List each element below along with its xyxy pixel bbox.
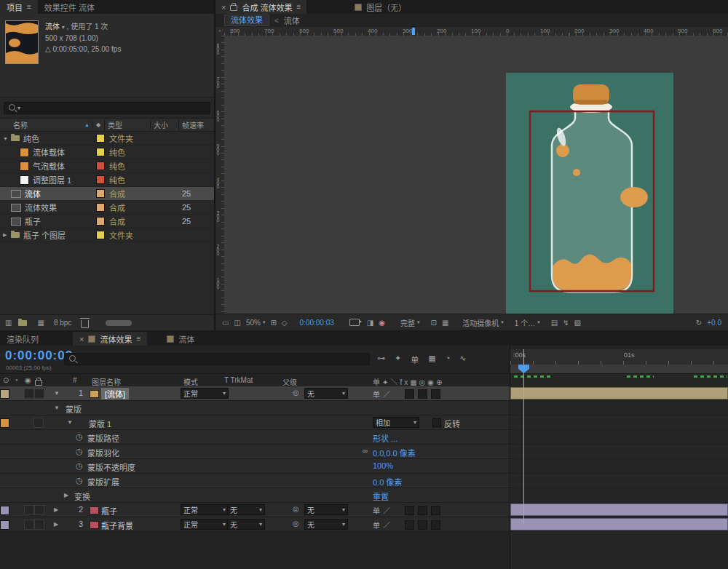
pickwhip-icon[interactable]: ◎ [293,389,299,397]
transform-group-row[interactable]: ▶ 变换 重置 [0,488,510,503]
timeline-track-area[interactable]: :00s 01s [510,346,728,569]
trash-icon[interactable] [81,320,89,328]
layer-row-1[interactable]: ⊙ ▼ 1 [流体] 正常 ▾ ◎ [流体] 无 ▾ 单／ [0,386,510,401]
track-row[interactable] [510,430,728,445]
project-search[interactable]: ▾ [4,102,210,114]
mask-color-chip[interactable] [0,418,9,428]
label-chip[interactable] [0,506,9,515]
layer-switch-cells[interactable] [405,389,440,399]
switch-cell[interactable] [24,520,34,530]
parent-select[interactable]: [流体] 无 ▾ [304,388,348,399]
column-trkmat[interactable]: T TrkMat [224,376,253,384]
grid-options-icon[interactable]: ⊞ [270,319,276,327]
masks-group-row[interactable]: ▼ 蒙版 [0,401,510,415]
mask-opacity-value[interactable]: 100% [373,461,393,470]
track-row[interactable] [510,401,728,415]
timeline-search[interactable] [64,353,370,365]
label-swatch[interactable] [95,217,106,226]
expander-icon[interactable]: ▶ [3,232,11,238]
label-swatch[interactable] [95,162,106,170]
current-time-display[interactable]: 0:00:00:03 [5,349,73,363]
stopwatch-icon[interactable]: ◷ [76,432,83,442]
project-row-comp[interactable]: 瓶子 合成 25 [0,215,214,228]
draft-3d-icon[interactable]: ✦ [395,354,401,365]
track-row[interactable] [510,503,728,517]
track-row[interactable] [510,517,728,532]
column-type[interactable]: 类型 [104,119,150,130]
project-row-solid[interactable]: 流体载体 纯色 [0,146,214,159]
layer-switch-cells[interactable] [405,520,440,530]
switch-cell[interactable] [34,389,44,399]
project-bit-depth[interactable]: 8 bpc [51,318,74,327]
label-chip[interactable] [0,389,9,399]
stopwatch-icon[interactable]: ◷ [76,447,83,456]
close-icon[interactable]: × [221,3,226,12]
always-preview-icon[interactable]: ▭ [222,319,229,327]
view-layout-select[interactable]: 1 个… ▾ [515,317,540,328]
expander-icon[interactable]: ▶ [54,506,58,513]
zoom-select[interactable]: 50% ▾ [246,319,266,327]
tab-timeline-active[interactable]: × 流体效果 ≡ [73,332,147,346]
pixel-aspect-icon[interactable]: ▤ [551,319,558,327]
column-name[interactable]: 名称 ▲ [0,119,92,130]
expander-icon[interactable]: ▶ [64,492,68,498]
footage-thumbnail[interactable] [5,20,39,64]
track-row[interactable] [510,386,728,401]
panel-menu-icon[interactable]: ≡ [297,3,301,11]
frame-blend-icon[interactable]: ▦ [428,354,435,365]
label-swatch[interactable] [95,148,106,156]
timeline-search-input[interactable] [78,354,369,365]
mask-expansion-value[interactable]: 0.0 像素 [373,476,402,488]
label-swatch[interactable] [95,231,106,239]
label-swatch[interactable] [95,189,106,198]
mask-feather-row[interactable]: ◷ 蒙版羽化 ∞ 0.0,0.0 像素 [0,445,510,459]
channels-icon[interactable]: ◉ [379,319,385,327]
column-rate[interactable]: 帧速率 [178,119,214,130]
mask-path-row[interactable]: ◷ 蒙版路径 形状 ... [0,430,510,445]
snapshot-camera-icon[interactable] [349,319,360,326]
mask-row[interactable]: ▼ 蒙版 1 相加 ▾ 反转 [0,415,510,430]
tab-project[interactable]: 项目 ≡ [0,0,38,14]
layer-duration-bar[interactable] [510,387,728,399]
tab-layer[interactable]: 图层（无） [349,0,412,14]
switch-cell[interactable] [34,520,44,530]
project-row-solid[interactable]: 气泡载体 纯色 [0,159,214,173]
label-swatch[interactable] [95,175,106,184]
label-chip[interactable] [0,520,9,530]
layer-name[interactable]: 瓶子 [101,505,117,517]
blend-mode-select[interactable]: 正常 ▾ [181,388,229,399]
switch-cell[interactable] [34,505,44,515]
column-layer-name[interactable]: 图层名称 [92,376,121,387]
mask-visibility-icon[interactable]: ◇ [282,319,288,327]
project-row-folder-solids[interactable]: ▼ 纯色 文件夹 [0,132,214,146]
new-composition-icon[interactable]: ▦ [37,319,44,327]
tab-render-queue[interactable]: 渲染队列 [0,332,45,346]
column-size[interactable]: 大小 [150,119,178,130]
blend-mode-select[interactable]: 正常 ▾ [181,504,229,515]
lock-icon[interactable] [230,5,237,11]
expander-icon[interactable]: ▼ [67,419,73,426]
fast-preview-icon[interactable]: ↯ [563,319,569,327]
layer-name[interactable]: 瓶子背景 [101,520,133,531]
expander-icon[interactable]: ▼ [54,390,60,397]
transform-reset[interactable]: 重置 [373,490,389,502]
layer-name[interactable]: [流体] [101,388,129,399]
layer-switch-marks[interactable]: 单／ [373,389,393,399]
stopwatch-icon[interactable]: ◷ [76,476,83,485]
track-row[interactable] [510,488,728,503]
track-row[interactable] [510,459,728,474]
pickwhip-icon[interactable]: ◎ [293,505,299,513]
trkmat-select[interactable]: 无 ▾ [227,519,265,530]
column-label-icon[interactable]: ◆ [92,122,104,128]
stopwatch-icon[interactable]: ◷ [76,461,83,471]
hide-shy-icon[interactable]: 单 [411,354,419,365]
mask-path-value[interactable]: 形状 ... [373,432,397,444]
switch-cell[interactable] [33,418,44,428]
column-audio-icon[interactable]: ◔ [14,376,18,384]
layer-switch-marks[interactable]: 单／ [373,520,393,530]
camera-view-select[interactable]: 活动摄像机 ▾ [462,317,504,328]
trkmat-select[interactable]: 无 ▾ [227,504,265,515]
main-viewer-icon[interactable]: ◫ [234,319,240,327]
horizontal-scrollbar[interactable] [106,320,132,326]
project-row-comp-selected[interactable]: 流体 合成 25 [0,187,214,201]
